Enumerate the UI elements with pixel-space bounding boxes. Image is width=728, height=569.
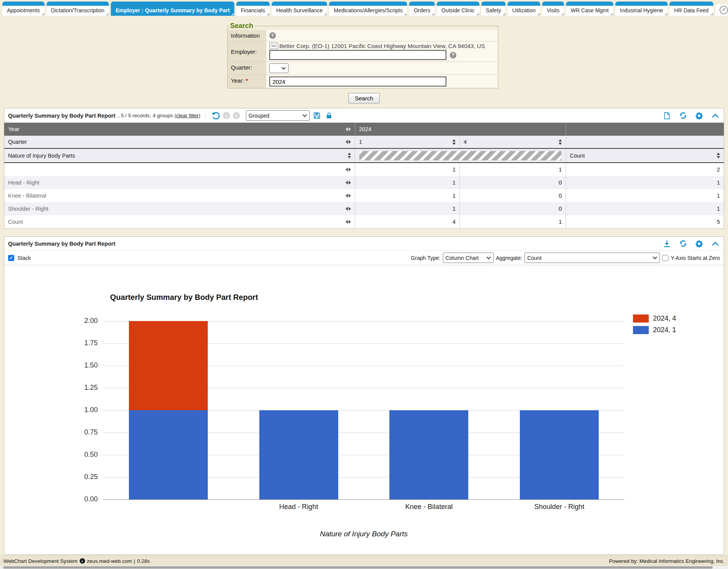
- legend-item-2024-4[interactable]: 2024, 4: [633, 314, 676, 323]
- x-axis-category-label: Knee - Bilateral: [364, 503, 494, 511]
- tab-label: HR Data Feed: [674, 7, 708, 13]
- undo-icon[interactable]: [211, 111, 220, 120]
- bar-segment-2024-1[interactable]: [259, 410, 338, 499]
- tab-visits[interactable]: Visits: [542, 2, 564, 16]
- search-section: Search Information ? Employer: — Better …: [0, 16, 728, 108]
- row-value-cell: 1: [355, 202, 460, 215]
- tab-overflow-chip[interactable]: ↗: [715, 4, 728, 16]
- tab-wr-case-mgmt[interactable]: WR Case Mgmt: [566, 2, 613, 16]
- table-row-knee-bilateral[interactable]: Knee - Bilateral101: [4, 189, 724, 202]
- powered-by: Powered by: Medical Informatics Engineer…: [609, 558, 725, 564]
- scrollbar-thumb[interactable]: [3, 566, 713, 569]
- right-arrow: [349, 194, 351, 198]
- cell-value: 0: [559, 180, 562, 186]
- tab-orders[interactable]: Orders: [409, 2, 435, 16]
- information-help-icon[interactable]: ?: [269, 32, 276, 39]
- gear-icon[interactable]: [695, 239, 704, 248]
- table-row-blank[interactable]: 112: [4, 163, 724, 176]
- column-resize-icon[interactable]: [346, 207, 351, 211]
- external-link-icon[interactable]: ↗: [720, 6, 728, 14]
- group-mode-select[interactable]: Grouped: [246, 110, 310, 121]
- tab-utilization[interactable]: Utilization: [508, 2, 540, 16]
- lock-icon[interactable]: [324, 111, 334, 120]
- save-view-icon[interactable]: [312, 111, 322, 120]
- graph-type-select[interactable]: Column Chart: [443, 253, 494, 263]
- search-button[interactable]: Search: [348, 93, 380, 103]
- refresh-icon[interactable]: [678, 111, 688, 120]
- report-table-panel: Quarterly Summary by Body Part Report , …: [4, 108, 724, 229]
- info-icon[interactable]: i: [80, 558, 85, 564]
- cell-value: 0: [559, 206, 562, 212]
- tab-label: Employer : Quarterly Summary by Body Par…: [115, 7, 229, 13]
- collapse-panel-icon[interactable]: [711, 239, 720, 248]
- tab-label: Medications/Allergies/Scripts: [334, 7, 402, 13]
- render-time: 0.28s: [137, 558, 150, 564]
- y-axis-tick-label: 2.00: [67, 317, 98, 325]
- search-row-information: Information ?: [228, 30, 498, 41]
- new-document-icon[interactable]: [662, 111, 671, 120]
- download-icon[interactable]: [662, 239, 671, 248]
- table-row-count[interactable]: Count415: [4, 215, 724, 228]
- previous-page-icon[interactable]: ‹: [223, 112, 230, 119]
- year-input[interactable]: [269, 77, 446, 87]
- sort-icon[interactable]: [452, 139, 456, 145]
- year-header-label: Year: [8, 126, 19, 132]
- tab-employer-quarterly-summary-by-body-part[interactable]: Employer : Quarterly Summary by Body Par…: [111, 2, 234, 16]
- tab-health-surveillance[interactable]: Health Surveillance: [272, 2, 327, 16]
- employer-search-input[interactable]: [269, 50, 446, 60]
- gear-icon[interactable]: [695, 111, 704, 120]
- table-header-nature-row: Nature of Injury Body PartsCount: [4, 149, 724, 163]
- tab-medications-allergies-scripts[interactable]: Medications/Allergies/Scripts: [329, 2, 407, 16]
- column-resize-icon[interactable]: [346, 127, 351, 131]
- employer-collapse-button[interactable]: —: [269, 43, 278, 49]
- quarter-column-4[interactable]: 4: [460, 136, 566, 148]
- right-arrow: [349, 127, 351, 131]
- sort-icon[interactable]: [348, 153, 351, 158]
- table-row-shoulder-right[interactable]: Shoulder - Right101: [4, 202, 724, 215]
- yaxis-zero-checkbox[interactable]: [662, 255, 668, 261]
- stack-checkbox[interactable]: ✓: [8, 255, 14, 261]
- bar-segment-2024-1[interactable]: [389, 410, 468, 499]
- sort-icon[interactable]: [717, 153, 720, 158]
- quarter-header-cell[interactable]: Quarter: [4, 136, 355, 148]
- left-arrow: [346, 181, 348, 185]
- employer-help-icon[interactable]: ?: [450, 52, 456, 58]
- tab-safety[interactable]: Safety: [481, 2, 506, 16]
- tab-dictation-transcription[interactable]: Dictation/Transcription: [47, 2, 109, 16]
- aggregate-select-value: Count: [527, 255, 541, 261]
- next-page-icon[interactable]: ›: [233, 112, 240, 119]
- tab-hr-data-feed[interactable]: HR Data Feed: [670, 2, 713, 16]
- quarter-column-1[interactable]: 1: [355, 136, 460, 148]
- horizontal-scrollbar[interactable]: [0, 566, 728, 569]
- row-label-cell: Shoulder - Right: [4, 202, 355, 215]
- tab-outside-clinic[interactable]: Outside Clinic: [437, 2, 479, 16]
- column-resize-icon[interactable]: [346, 194, 351, 198]
- table-row-head-right[interactable]: Head - Right101: [4, 176, 724, 189]
- year-header-cell[interactable]: Year: [4, 123, 355, 136]
- bar-segment-2024-1[interactable]: [129, 410, 208, 499]
- employer-label: Employer:: [228, 42, 266, 62]
- sort-icon[interactable]: [559, 139, 562, 145]
- status-bar-left: WebChart Development System i zeus.med-w…: [3, 558, 150, 564]
- column-resize-icon[interactable]: [346, 140, 351, 144]
- x-axis-title: Nature of Injury Body Parts: [103, 530, 624, 538]
- column-resize-icon[interactable]: [346, 168, 351, 171]
- column-resize-icon[interactable]: [346, 181, 351, 185]
- column-resize-icon[interactable]: [346, 220, 351, 224]
- refresh-icon[interactable]: [678, 239, 688, 248]
- bar-segment-2024-4[interactable]: [129, 321, 208, 410]
- tab-appointments[interactable]: Appointments: [2, 2, 45, 16]
- legend-item-2024-1[interactable]: 2024, 1: [633, 326, 676, 334]
- row-value-cell: 1: [566, 189, 724, 202]
- quarter-select[interactable]: [269, 63, 289, 73]
- bar-segment-2024-1[interactable]: [520, 410, 599, 499]
- aggregate-select[interactable]: Count: [524, 253, 660, 263]
- tab-financials[interactable]: Financials: [236, 2, 270, 16]
- collapse-panel-icon[interactable]: [711, 111, 720, 120]
- clear-filter-link[interactable]: clear filter: [176, 113, 199, 118]
- nature-header-cell[interactable]: Nature of Injury Body Parts: [4, 149, 355, 162]
- row-label: Count: [8, 219, 23, 225]
- count-header-cell[interactable]: Count: [566, 149, 724, 162]
- tab-industrial-hygiene[interactable]: Industrial Hygiene: [615, 2, 668, 16]
- row-value-cell: 0: [460, 176, 566, 189]
